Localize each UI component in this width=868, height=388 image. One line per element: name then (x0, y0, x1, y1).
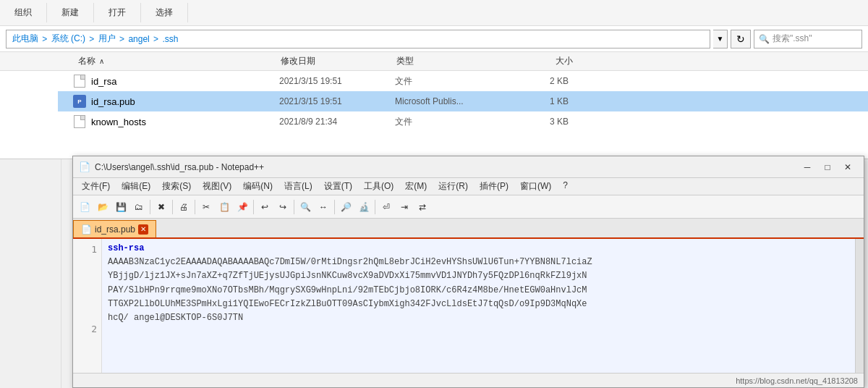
file-size-known-hosts: 3 KB (511, 117, 583, 127)
npp-maximize-button[interactable]: □ (817, 159, 838, 175)
npp-toolbar: 📄 📂 💾 🗂 ✖ 🖨 ✂ 📋 📌 ↩ ↪ 🔍 ↔ 🔎 🔬 ⏎ ⇥ ⇄ (73, 195, 864, 219)
npp-watermark: https://blog.csdn.net/qq_41813208 (736, 376, 858, 385)
npp-save-all-btn[interactable]: 🗂 (130, 198, 148, 216)
toolbar-new[interactable]: 新建 (47, 3, 94, 22)
npp-minimize-button[interactable]: ─ (797, 159, 817, 175)
npp-tab-close-btn[interactable]: ✕ (138, 224, 148, 235)
file-row-id-rsa[interactable]: id_rsa 2021/3/15 19:51 文件 2 KB (58, 71, 868, 91)
npp-tab-label: id_rsa.pub (95, 224, 135, 235)
path-computer[interactable]: 此电脑 (12, 33, 38, 45)
npp-menu-encode[interactable]: 编码(N) (237, 178, 278, 195)
npp-tab-icon: 📄 (81, 224, 92, 235)
file-type-known-hosts: 文件 (395, 116, 511, 128)
npp-menu-settings[interactable]: 设置(T) (318, 178, 358, 195)
npp-close-doc-btn[interactable]: ✖ (153, 198, 170, 216)
npp-paste-btn[interactable]: 📌 (234, 198, 251, 216)
npp-sep6 (334, 200, 335, 214)
npp-new-btn[interactable]: 📄 (76, 198, 93, 216)
toolbar-select[interactable]: 选择 (141, 3, 188, 22)
npp-undo-btn[interactable]: ↩ (256, 198, 273, 216)
col-header-date[interactable]: 修改日期 (275, 55, 391, 67)
file-row-id-rsa-pub[interactable]: P id_rsa.pub 2021/3/15 19:51 Microsoft P… (58, 91, 868, 111)
npp-sep7 (375, 200, 375, 214)
file-toolbar: 组织 新建 打开 选择 (0, 0, 868, 26)
search-icon: 🔍 (759, 34, 770, 44)
npp-menu-help[interactable]: ? (557, 178, 574, 195)
refresh-button[interactable]: ↻ (731, 30, 751, 48)
file-rows: id_rsa 2021/3/15 19:51 文件 2 KB P id_rsa.… (0, 71, 868, 132)
npp-find-btn[interactable]: 🔍 (297, 198, 314, 216)
file-date-id-rsa-pub: 2021/3/15 19:51 (279, 96, 395, 106)
npp-print-btn[interactable]: 🖨 (175, 198, 192, 216)
npp-menu-edit[interactable]: 编辑(E) (116, 178, 156, 195)
address-path[interactable]: 此电脑 > 系统 (C:) > 用户 > angel > .ssh (6, 30, 710, 48)
file-row-known-hosts[interactable]: known_hosts 2021/8/9 21:34 文件 3 KB (58, 111, 868, 132)
file-size-id-rsa: 2 KB (511, 76, 583, 86)
search-placeholder: 搜索".ssh" (773, 33, 812, 45)
path-ssh[interactable]: .ssh (162, 34, 178, 44)
npp-title-icon: 📄 (79, 161, 90, 173)
file-explorer: 组织 新建 打开 选择 此电脑 > 系统 (C:) > 用户 > angel >… (0, 0, 868, 159)
toolbar-organize[interactable]: 组织 (0, 3, 47, 22)
path-users[interactable]: 用户 (98, 33, 116, 45)
npp-statusbar: https://blog.csdn.net/qq_41813208 (73, 373, 864, 387)
npp-menu-window[interactable]: 窗口(W) (514, 178, 557, 195)
npp-menu-tools[interactable]: 工具(O) (358, 178, 399, 195)
file-icon-id-rsa-pub: P (72, 94, 87, 109)
npp-line-num-1: 1 (73, 242, 97, 258)
file-type-id-rsa-pub: Microsoft Publis... (395, 96, 511, 106)
file-name-known-hosts: known_hosts (91, 117, 279, 127)
npp-sep3 (195, 200, 195, 214)
npp-menu-lang[interactable]: 语言(L) (278, 178, 318, 195)
npp-sync-btn[interactable]: ⇄ (414, 198, 431, 216)
file-icon-id-rsa (72, 74, 87, 88)
file-name-id-rsa-pub: id_rsa.pub (91, 96, 279, 107)
file-icon-known-hosts (72, 114, 87, 129)
npp-close-button[interactable]: ✕ (838, 159, 858, 175)
address-dropdown[interactable]: ▼ (713, 30, 728, 48)
npp-title-text: C:\Users\angel\.ssh\id_rsa.pub - Notepad… (95, 162, 797, 172)
col-header-size[interactable]: 大小 (506, 55, 579, 67)
npp-zoom-in-btn[interactable]: 🔎 (337, 198, 354, 216)
npp-menu-run[interactable]: 运行(R) (433, 178, 474, 195)
search-box[interactable]: 🔍 搜索".ssh" (754, 30, 862, 48)
path-user[interactable]: angel (128, 34, 149, 44)
npp-sep4 (253, 200, 254, 214)
npp-menu-macro[interactable]: 宏(M) (399, 178, 433, 195)
npp-menu-search[interactable]: 搜索(S) (156, 178, 197, 195)
npp-tab-bar: 📄 id_rsa.pub ✕ (73, 219, 864, 239)
npp-titlebar: 📄 C:\Users\angel\.ssh\id_rsa.pub - Notep… (73, 156, 864, 178)
npp-cut-btn[interactable]: ✂ (197, 198, 215, 216)
file-name-id-rsa: id_rsa (91, 76, 279, 87)
col-header-name[interactable]: 名称 ∧ (72, 55, 275, 67)
npp-tab-id-rsa-pub[interactable]: 📄 id_rsa.pub ✕ (73, 220, 156, 237)
npp-menu-view[interactable]: 视图(V) (197, 178, 237, 195)
npp-menu-file[interactable]: 文件(F) (76, 178, 116, 195)
path-drive[interactable]: 系统 (C:) (51, 33, 85, 45)
npp-editor: 1 2 ssh-rsa AAAAB3NzaC1yc2EAAAADAQABAAAA… (73, 239, 864, 373)
npp-save-btn[interactable]: 💾 (112, 198, 129, 216)
npp-indent-btn[interactable]: ⇥ (396, 198, 413, 216)
npp-redo-btn[interactable]: ↪ (274, 198, 292, 216)
npp-sep5 (294, 200, 294, 214)
npp-menubar: 文件(F) 编辑(E) 搜索(S) 视图(V) 编码(N) 语言(L) 设置(T… (73, 178, 864, 195)
file-type-id-rsa: 文件 (395, 75, 511, 88)
npp-zoom-out-btn[interactable]: 🔬 (355, 198, 373, 216)
notepad-window: 📄 C:\Users\angel\.ssh\id_rsa.pub - Notep… (72, 156, 864, 388)
npp-replace-btn[interactable]: ↔ (315, 198, 332, 216)
file-size-id-rsa-pub: 1 KB (511, 96, 583, 106)
npp-menu-plugins[interactable]: 插件(P) (474, 178, 514, 195)
npp-line-numbers: 1 2 (73, 239, 102, 373)
toolbar-open[interactable]: 打开 (94, 3, 141, 22)
npp-copy-btn[interactable]: 📋 (216, 198, 233, 216)
npp-open-btn[interactable]: 📂 (94, 198, 111, 216)
npp-wordwrap-btn[interactable]: ⏎ (378, 198, 395, 216)
file-date-id-rsa: 2021/3/15 19:51 (279, 76, 395, 86)
npp-sep2 (172, 200, 173, 214)
file-date-known-hosts: 2021/8/9 21:34 (279, 117, 395, 127)
col-header-type[interactable]: 类型 (391, 55, 506, 67)
npp-sep1 (150, 200, 150, 214)
address-bar: 此电脑 > 系统 (C:) > 用户 > angel > .ssh ▼ ↻ 🔍 … (0, 26, 868, 52)
npp-scrollbar-vertical[interactable] (855, 239, 864, 373)
npp-code-area[interactable]: ssh-rsa AAAAB3NzaC1yc2EAAAADAQABAAAABAQc… (102, 239, 855, 373)
